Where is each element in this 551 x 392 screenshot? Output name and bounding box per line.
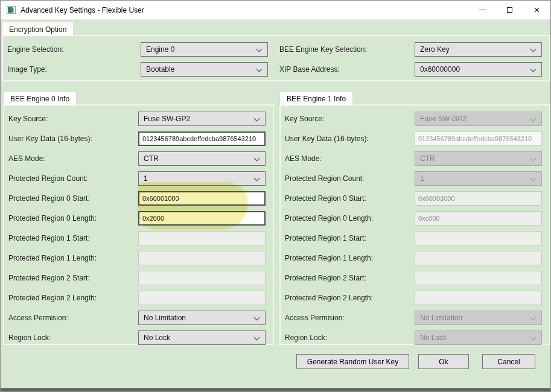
engine1-access-permision-combo: No Limitation <box>415 311 542 325</box>
engine1-row-access-permision: Access Permision:No Limitation <box>281 308 549 327</box>
minimize-button[interactable] <box>469 1 496 19</box>
title-bar: Advanced Key Settings - Flexible User × <box>1 1 550 20</box>
engine0-user-key-data-16-bytes-input[interactable]: 0123456789abcdeffedcba9876543210 <box>138 131 266 146</box>
engine0-row-user-key-data-16-bytes: User Key Data (16-bytes):0123456789abcde… <box>4 128 273 148</box>
encryption-right-bee-engine-key-selection-combo[interactable]: Zero Key <box>415 42 542 57</box>
bee-engine-1-rows: Key Source:Fuse SW-GP2User Key Data (16-… <box>281 106 549 347</box>
encryption-left-engine-selection-combo[interactable]: Engine 0 <box>141 42 268 57</box>
field-label: Key Source: <box>281 115 324 123</box>
dialog-body: Encryption Option Engine Selection:Engin… <box>1 20 550 390</box>
engine1-row-protected-region-1-length: Protected Region 1 Length: <box>281 248 549 268</box>
field-label: Region Lock: <box>4 334 51 342</box>
engine1-protected-region-0-length-input: 0xc000 <box>415 211 542 226</box>
encryption-right-column: BEE Engine Key Selection:Zero KeyXIP Bas… <box>275 36 549 80</box>
encryption-left-image-type-combo[interactable]: Bootable <box>141 62 268 77</box>
bee-engine-1-panel: Key Source:Fuse SW-GP2User Key Data (16-… <box>279 104 550 345</box>
engine1-row-key-source: Key Source:Fuse SW-GP2 <box>281 109 549 128</box>
chevron-down-icon <box>530 334 537 340</box>
close-button[interactable]: × <box>523 1 550 19</box>
chevron-down-icon <box>530 314 537 320</box>
combo-value: No Lock <box>144 334 170 342</box>
ok-button[interactable]: Ok <box>418 354 469 369</box>
field-label: User Key Data (16-bytes): <box>4 134 92 143</box>
engine1-protected-region-2-length-input <box>415 291 542 305</box>
field-label: Engine Selection: <box>3 45 63 54</box>
tab-bee-engine-1-info[interactable]: BEE Engine 1 Info <box>279 91 353 106</box>
engine0-protected-region-1-length-input <box>138 251 266 265</box>
chevron-down-icon <box>530 46 537 52</box>
combo-value: No Limitation <box>420 314 462 322</box>
engine1-row-protected-region-0-start: Protected Region 0 Start:0x60003000 <box>281 188 549 208</box>
chevron-down-icon <box>254 115 260 121</box>
field-label: Protected Region 0 Length: <box>4 214 97 223</box>
window-bottom-edge <box>1 388 550 391</box>
engine1-row-protected-region-0-length: Protected Region 0 Length:0xc000 <box>281 208 549 228</box>
engine1-protected-region-0-start-input: 0x60003000 <box>415 191 542 206</box>
engine0-row-protected-region-2-start: Protected Region 2 Start: <box>4 268 273 288</box>
chevron-down-icon <box>530 115 537 121</box>
field-label: Protected Region 0 Length: <box>281 214 373 223</box>
window-title: Advanced Key Settings - Flexible User <box>21 6 144 14</box>
field-label: Protected Region Count: <box>281 174 364 183</box>
engine0-protected-region-count-combo[interactable]: 1 <box>138 171 266 186</box>
window-controls: × <box>469 1 550 19</box>
bee-engine-0-rows: Key Source:Fuse SW-GP2User Key Data (16-… <box>4 106 273 347</box>
combo-value: No Limitation <box>144 314 186 322</box>
app-icon <box>7 6 16 14</box>
field-label: Image Type: <box>3 65 47 74</box>
engine0-access-permision-combo[interactable]: No Limitation <box>138 311 266 325</box>
close-icon: × <box>534 5 540 15</box>
tab-bee-engine-0-info[interactable]: BEE Engine 0 Info <box>3 91 77 106</box>
chevron-down-icon <box>254 334 260 340</box>
chevron-down-icon <box>530 66 537 72</box>
engine1-protected-region-1-start-input <box>415 231 542 245</box>
engine0-row-protected-region-0-start: Protected Region 0 Start:0x60001000 <box>4 188 273 208</box>
field-label: AES Mode: <box>4 154 45 163</box>
field-label: Protected Region Count: <box>4 174 88 183</box>
combo-value: Zero Key <box>420 45 450 54</box>
field-label: Protected Region 2 Start: <box>281 274 366 282</box>
generate-random-user-key-button[interactable]: Generate Random User Key <box>296 354 409 369</box>
tab-encryption-option[interactable]: Encryption Option <box>2 22 74 36</box>
engine0-aes-mode-combo[interactable]: CTR <box>138 151 266 166</box>
engine0-protected-region-1-start-input <box>138 231 266 245</box>
field-label: Region Lock: <box>281 334 327 342</box>
engine1-protected-region-count-combo: 1 <box>415 171 542 186</box>
engine0-key-source-combo[interactable]: Fuse SW-GP2 <box>138 112 266 126</box>
field-label: Protected Region 2 Length: <box>4 294 97 302</box>
encryption-right-xip-base-address-combo[interactable]: 0x60000000 <box>415 62 542 77</box>
maximize-icon <box>507 7 512 13</box>
combo-value: CTR <box>144 154 159 163</box>
encryption-right-row-xip-base-address: XIP Base Address:0x60000000 <box>275 59 549 79</box>
field-label: Protected Region 1 Start: <box>4 234 90 242</box>
encryption-left-row-engine-selection: Engine Selection:Engine 0 <box>3 39 275 59</box>
engine1-key-source-combo: Fuse SW-GP2 <box>415 112 542 126</box>
chevron-down-icon <box>254 155 260 161</box>
engine0-protected-region-2-length-input <box>138 291 266 305</box>
field-label: Protected Region 2 Length: <box>281 294 373 302</box>
field-label: Access Permision: <box>281 314 345 322</box>
engine0-protected-region-0-start-input[interactable]: 0x60001000 <box>138 191 266 206</box>
engine1-aes-mode-combo: CTR <box>415 151 542 166</box>
engine0-row-access-permision: Access Permision:No Limitation <box>4 308 273 327</box>
chevron-down-icon <box>256 46 263 52</box>
combo-value: 0x60000000 <box>420 65 460 74</box>
field-label: Protected Region 0 Start: <box>4 194 90 203</box>
engine0-row-aes-mode: AES Mode:CTR <box>4 148 273 168</box>
engine0-row-protected-region-count: Protected Region Count:1 <box>4 168 273 188</box>
field-label: Key Source: <box>4 115 48 123</box>
engine0-protected-region-0-length-input[interactable]: 0x2000 <box>138 211 266 226</box>
engine1-protected-region-1-length-input <box>415 251 542 265</box>
engine1-row-region-lock: Region Lock:No Lock <box>281 327 549 347</box>
chevron-down-icon <box>254 314 260 320</box>
cancel-button[interactable]: Cancel <box>482 354 535 369</box>
engine0-region-lock-combo[interactable]: No Lock <box>138 330 266 345</box>
engine1-row-protected-region-count: Protected Region Count:1 <box>281 168 549 188</box>
field-label: Protected Region 0 Start: <box>281 194 366 203</box>
maximize-button[interactable] <box>496 1 523 19</box>
engine0-row-protected-region-1-start: Protected Region 1 Start: <box>4 228 273 248</box>
engine0-row-protected-region-2-length: Protected Region 2 Length: <box>4 288 273 308</box>
field-label: Protected Region 1 Length: <box>281 254 373 262</box>
dialog-window: Advanced Key Settings - Flexible User × … <box>0 0 551 392</box>
chevron-down-icon <box>530 175 537 181</box>
